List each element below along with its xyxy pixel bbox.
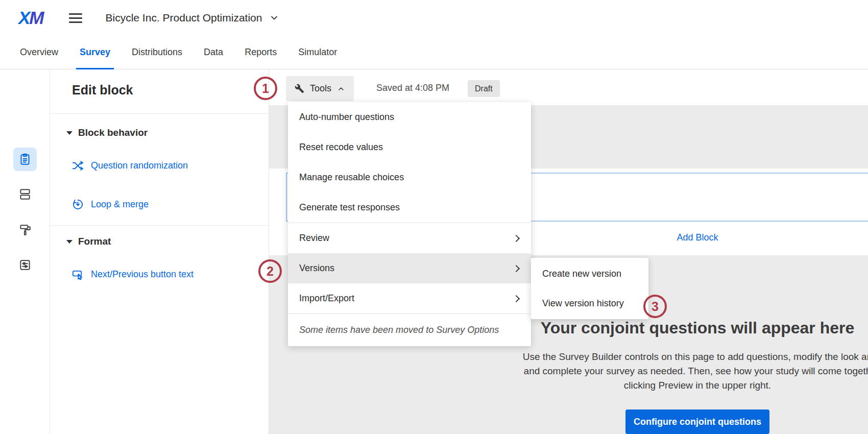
- section-format[interactable]: Format: [66, 236, 111, 247]
- xm-logo[interactable]: XM: [18, 8, 43, 28]
- menu-item-versions[interactable]: Versions: [288, 253, 531, 283]
- rail-item-survey-flow[interactable]: [13, 253, 37, 277]
- tab-survey[interactable]: Survey: [69, 36, 121, 69]
- menu-item-label: Create new version: [542, 269, 621, 279]
- link-loop-and-merge[interactable]: Loop & merge: [72, 199, 149, 210]
- menu-item-import-export[interactable]: Import/Export: [288, 283, 531, 314]
- menu-item-label: Review: [299, 233, 329, 244]
- chevron-up-icon: [337, 85, 345, 93]
- add-block-link[interactable]: Add Block: [677, 232, 718, 243]
- chevron-right-icon: [513, 264, 520, 272]
- paint-roller-icon: [18, 223, 32, 236]
- placeholder-title: Your conjoint questions will appear here: [541, 319, 855, 337]
- tools-button[interactable]: Tools: [286, 76, 354, 101]
- menu-item-label: Import/Export: [299, 293, 354, 304]
- hamburger-menu-icon[interactable]: [69, 11, 82, 26]
- collapse-triangle-icon: [66, 240, 73, 244]
- survey-builder-app: XM Bicycle Inc. Product Optimization Ove…: [0, 0, 868, 434]
- placeholder-text-line2: and complete your survey as needed. Then…: [524, 366, 868, 377]
- menu-item-label: Manage reusable choices: [299, 172, 404, 183]
- menu-item-label: Auto-number questions: [299, 112, 394, 123]
- collapse-triangle-icon: [66, 131, 73, 135]
- primary-nav: Overview Survey Distributions Data Repor…: [0, 36, 868, 69]
- section-title: Format: [78, 236, 111, 247]
- configure-conjoint-questions-button[interactable]: Configure conjoint questions: [625, 409, 769, 434]
- clipboard-icon: [18, 153, 32, 166]
- link-label: Loop & merge: [91, 199, 149, 210]
- loop-icon: [72, 199, 84, 210]
- menu-item-generate-test-responses[interactable]: Generate test responses: [288, 192, 531, 223]
- section-title: Block behavior: [78, 127, 148, 138]
- top-header: XM Bicycle Inc. Product Optimization: [0, 0, 868, 36]
- chevron-right-icon: [513, 295, 520, 302]
- project-switcher[interactable]: Bicycle Inc. Product Optimization: [106, 12, 280, 24]
- wrench-icon: [295, 84, 304, 93]
- shuffle-icon: [72, 160, 84, 172]
- menu-item-label: View version history: [542, 298, 624, 309]
- link-question-randomization[interactable]: Question randomization: [72, 160, 188, 172]
- button-click-icon: [72, 269, 84, 280]
- placeholder-text-line1: Use the Survey Builder controls on this …: [523, 351, 868, 363]
- versions-submenu: Create new version View version history: [531, 258, 648, 319]
- placeholder-text-line3: clicking Preview in the upper right.: [624, 380, 771, 391]
- menu-item-review[interactable]: Review: [288, 223, 531, 253]
- chevron-right-icon: [513, 234, 520, 242]
- menu-footer-note: Some items have been moved to Survey Opt…: [288, 314, 531, 346]
- panel-divider: [50, 225, 269, 226]
- panel-divider: [50, 113, 269, 114]
- project-title: Bicycle Inc. Product Optimization: [106, 12, 262, 24]
- logo-letter-m: M: [29, 8, 43, 28]
- status-badge: Draft: [468, 80, 500, 97]
- logo-letter-x: X: [18, 8, 29, 28]
- tools-label: Tools: [310, 83, 331, 94]
- tab-data[interactable]: Data: [193, 36, 234, 69]
- blocks-icon: [18, 187, 32, 201]
- tools-dropdown-menu: Auto-number questions Reset recode value…: [288, 102, 531, 346]
- link-label: Question randomization: [91, 160, 188, 171]
- submenu-item-create-new-version[interactable]: Create new version: [531, 259, 648, 288]
- link-label: Next/Previous button text: [91, 269, 194, 280]
- section-block-behavior[interactable]: Block behavior: [66, 127, 148, 138]
- menu-item-manage-reusable-choices[interactable]: Manage reusable choices: [288, 162, 531, 192]
- menu-item-label: Reset recode values: [299, 142, 383, 153]
- menu-item-label: Versions: [299, 263, 334, 274]
- menu-item-auto-number-questions[interactable]: Auto-number questions: [288, 102, 531, 132]
- menu-item-label: Generate test responses: [299, 202, 400, 213]
- tab-simulator[interactable]: Simulator: [287, 36, 348, 69]
- panel-title: Edit block: [72, 83, 133, 98]
- annotation-step-1: 1: [254, 77, 277, 100]
- link-next-previous-button-text[interactable]: Next/Previous button text: [72, 269, 194, 280]
- autosave-status: Saved at 4:08 PM: [376, 83, 449, 93]
- tab-reports[interactable]: Reports: [234, 36, 287, 69]
- edit-block-panel: Edit block Block behavior Question rando…: [50, 69, 269, 434]
- rail-item-look-and-feel[interactable]: [13, 218, 37, 242]
- builder-icon-rail: [0, 69, 50, 434]
- tab-overview[interactable]: Overview: [9, 36, 69, 69]
- rail-item-survey-builder[interactable]: [13, 148, 37, 171]
- submenu-item-view-version-history[interactable]: View version history: [531, 288, 648, 318]
- annotation-step-2: 2: [258, 259, 282, 283]
- tab-distributions[interactable]: Distributions: [121, 36, 193, 69]
- annotation-step-3: 3: [643, 295, 667, 318]
- menu-item-reset-recode-values[interactable]: Reset recode values: [288, 132, 531, 162]
- survey-flow-icon: [18, 258, 32, 272]
- rail-item-blocks[interactable]: [13, 182, 37, 206]
- chevron-down-icon: [269, 13, 279, 23]
